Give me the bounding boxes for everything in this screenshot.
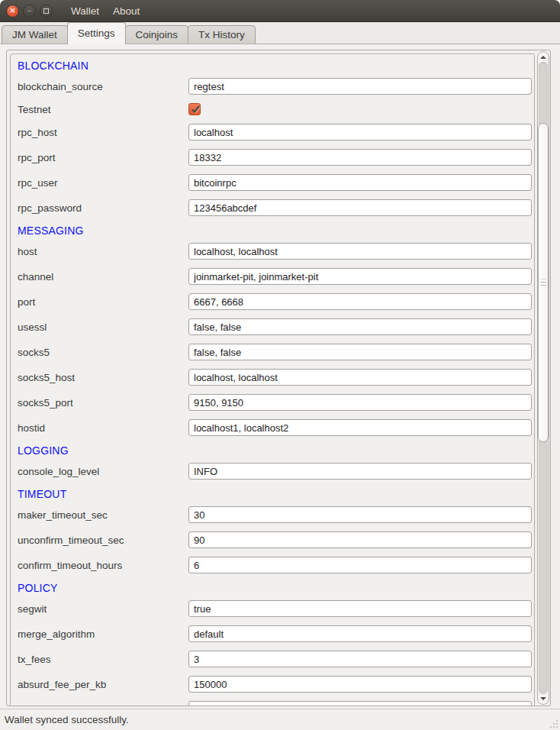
settings-field-row: unconfirm_timeout_sec [18,531,532,548]
field-label: confirm_timeout_hours [18,560,188,571]
settings-field-row: usessl [18,318,532,335]
settings-field-row: rpc_host [18,124,532,141]
settings-field-row: confirm_timeout_hours [18,557,532,573]
field-label: port [18,296,188,308]
field-input[interactable] [188,600,532,617]
tab-jm-wallet[interactable]: JM Wallet [2,25,68,44]
settings-field-row: merge_algorithm [18,625,532,642]
field-label: unconfirm_timeout_sec [18,535,188,546]
vertical-scrollbar[interactable] [537,51,549,705]
field-label: blockchain_source [18,81,188,92]
field-label: console_log_level [18,466,188,477]
settings-form: BLOCKCHAIN blockchain_source Testnet rpc… [10,53,535,706]
field-label: absurd_fee_per_kb [18,679,188,690]
settings-field-row: tx_fees [18,651,532,667]
settings-field-row: socks5_port [18,394,532,411]
field-input[interactable] [188,268,532,285]
status-message: Wallet synced successfully. [5,714,129,725]
settings-field-row: rpc_port [18,149,532,166]
scrollbar-thumb[interactable] [538,123,549,442]
settings-scroll-area: BLOCKCHAIN blockchain_source Testnet rpc… [6,50,551,706]
settings-field-row: socks5_host [18,369,532,386]
section-header: POLICY [18,582,532,596]
settings-field-row: maker_timeout_sec [18,506,532,523]
settings-field-row: socks5 [18,344,532,360]
field-label: channel [18,271,188,283]
scrollbar-down-button[interactable] [538,694,549,703]
section-header: LOGGING [18,444,532,458]
field-input[interactable] [188,124,532,141]
field-input[interactable] [188,318,532,335]
application-window: ✕ − Wallet About JM Wallet Settings Coin… [0,0,560,730]
field-input[interactable] [188,676,532,693]
field-input[interactable] [188,701,532,706]
field-input[interactable] [188,78,532,95]
menu-wallet[interactable]: Wallet [64,5,106,17]
settings-field-row: port [18,293,532,310]
settings-field-row: rpc_password [18,199,532,216]
field-label: segwit [18,603,188,615]
field-label: usessl [18,321,188,333]
field-input[interactable] [188,344,532,360]
field-label: maker_timeout_sec [18,509,188,521]
field-label: rpc_host [18,127,188,138]
field-label: rpc_password [18,202,188,214]
field-input[interactable] [188,625,532,642]
minimize-icon: − [27,8,31,15]
field-input[interactable] [188,394,532,411]
field-label: tx_fees [18,654,188,665]
close-icon: ✕ [10,8,16,15]
tab-tx-history[interactable]: Tx History [188,25,256,44]
field-label: socks5_host [18,372,188,383]
settings-field-row: channel [18,268,532,285]
field-input[interactable] [188,149,532,166]
settings-field-row: rpc_user [18,174,532,191]
maximize-button[interactable] [40,5,53,18]
field-label: socks5 [18,347,188,358]
settings-field-row: Testnet [18,103,532,115]
field-input[interactable] [188,199,532,216]
section-header: TIMEOUT [18,488,532,502]
scrollbar-up-button[interactable] [538,53,549,62]
arrow-up-icon [540,56,546,59]
checkmark-icon [188,102,202,116]
titlebar: ✕ − Wallet About [0,0,560,22]
field-label: merge_algorithm [18,628,188,640]
settings-field-row: absurd_fee_per_kb [18,676,532,693]
field-input[interactable] [188,174,532,191]
minimize-button[interactable]: − [23,5,36,18]
field-input[interactable] [188,293,532,310]
field-input[interactable] [188,651,532,667]
field-label: socks5_port [18,397,188,409]
tab-settings[interactable]: Settings [67,22,126,44]
field-label: rpc_port [18,152,188,163]
section-header: MESSAGING [18,224,532,238]
field-input[interactable] [188,463,532,480]
settings-field-row: segwit [18,600,532,617]
status-bar: Wallet synced successfully. [0,709,560,730]
section-header: BLOCKCHAIN [18,60,532,73]
tab-bar: JM Wallet Settings Coinjoins Tx History [0,22,560,44]
arrow-down-icon [540,697,546,700]
field-input[interactable] [188,369,532,386]
field-input[interactable] [188,506,532,523]
field-input[interactable] [188,243,532,260]
maximize-icon [43,8,49,14]
menubar: Wallet About [64,5,146,17]
testnet-checkbox[interactable] [188,103,201,115]
field-input[interactable] [188,419,532,436]
settings-page: BLOCKCHAIN blockchain_source Testnet rpc… [0,44,560,709]
field-input[interactable] [188,531,532,548]
field-label: host [18,246,188,257]
close-button[interactable]: ✕ [6,5,19,18]
tab-coinjoins[interactable]: Coinjoins [125,25,189,44]
field-label: Testnet [18,104,188,115]
menu-about[interactable]: About [106,5,146,17]
field-label: rpc_user [18,177,188,189]
settings-field-row: hostid [18,419,532,436]
field-label: hostid [18,422,188,434]
field-input[interactable] [188,557,532,573]
settings-field-row: blockchain_source [18,78,532,95]
settings-field-row: host [18,243,532,260]
resize-grip[interactable] [549,719,558,728]
